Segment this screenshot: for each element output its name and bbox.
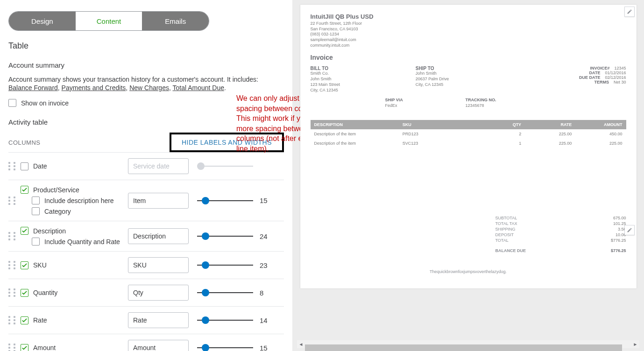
- column-label: Amount: [33, 344, 56, 351]
- drag-handle[interactable]: [8, 316, 17, 324]
- sub-checkbox[interactable]: [32, 207, 40, 215]
- bill-to-2: 123 Main Street: [311, 82, 416, 88]
- column-label-input-amount[interactable]: [128, 340, 189, 351]
- width-value: 15: [260, 344, 269, 351]
- footer-text: Thequickbrownfoxjumpsvoverthelazydog.: [311, 269, 626, 274]
- tab-bar: Design Content Emails: [8, 11, 209, 31]
- sub-label: Include description here: [44, 197, 114, 204]
- width-slider-sku[interactable]: [197, 260, 253, 270]
- table-row: Description of the itemSVC1231225.00225.…: [311, 139, 626, 148]
- invoice-preview: IntuitJill QB Plus USD 22 Fourth Street,…: [300, 5, 637, 288]
- column-label: Quantity: [33, 289, 57, 296]
- width-value: 15: [260, 197, 269, 204]
- company-addr2: San Francisco, CA 94103: [311, 27, 626, 32]
- show-on-invoice-label: Show on invoice: [21, 99, 69, 107]
- column-label: SKU: [33, 261, 47, 269]
- width-value: 8: [260, 289, 269, 297]
- bill-to-1: John Smith: [311, 77, 416, 82]
- columns-list: DateProduct/ServiceInclude description h…: [8, 152, 284, 351]
- column-label-input-date[interactable]: [128, 158, 189, 174]
- company-web: community.intuit.com: [311, 43, 626, 49]
- column-row-quantity: Quantity8: [8, 279, 284, 307]
- width-slider-date: [197, 161, 253, 171]
- ship-to-0: John Smith: [416, 71, 521, 77]
- sub-checkbox[interactable]: [32, 197, 40, 204]
- bill-to-label: BILL TO: [311, 66, 416, 71]
- column-label: Description: [33, 227, 66, 235]
- company-email: sampleemail@intuit.com: [311, 37, 626, 43]
- line-items-table: DESCRIPTION SKU QTY RATE AMOUNT Descript…: [311, 120, 626, 148]
- column-row-rate: Rate14: [8, 307, 284, 334]
- account-summary-desc: Account summary shows your transaction h…: [8, 76, 284, 83]
- column-label-input-quantity[interactable]: [128, 285, 189, 301]
- account-summary-heading: Account summary: [8, 61, 284, 69]
- show-on-invoice-checkbox[interactable]: [8, 99, 16, 107]
- width-slider-quantity[interactable]: [197, 288, 253, 297]
- tracking: 12345678: [466, 103, 546, 108]
- column-checkbox-sku[interactable]: [21, 261, 28, 269]
- tracking-label: TRACKING NO.: [466, 98, 546, 102]
- width-slider-description[interactable]: [197, 232, 253, 241]
- ship-to-2: City, CA 12345: [416, 82, 521, 88]
- edit-totals-button[interactable]: [624, 225, 635, 235]
- drag-handle[interactable]: [8, 261, 17, 269]
- account-summary-links: Balance Forward, Payments and Credits, N…: [8, 84, 284, 91]
- column-row-description: DescriptionInclude Quantity and Rate24: [8, 221, 284, 252]
- ship-via-label: SHIP VIA: [385, 98, 466, 102]
- column-label-input-sku[interactable]: [128, 257, 189, 273]
- preview-panel: We can only adjust the spacing between c…: [292, 0, 644, 351]
- columns-label: COLUMNS: [8, 139, 41, 146]
- width-value: 24: [260, 232, 269, 240]
- column-label-input-product[interactable]: [128, 193, 189, 209]
- column-checkbox-date[interactable]: [21, 162, 28, 170]
- sub-label: Category: [44, 208, 71, 215]
- column-row-product: Product/ServiceInclude description hereC…: [8, 180, 284, 221]
- invoice-meta: INVOICE#12345 DATE01/12/2016 DUE DATE02/…: [521, 66, 626, 93]
- company-addr1: 22 Fourth Street, 12th Floor: [311, 21, 626, 27]
- column-row-sku: SKU23: [8, 252, 284, 279]
- bill-to-3: City, CA 12345: [311, 88, 416, 93]
- edit-header-button[interactable]: [624, 7, 635, 17]
- company-name: IntuitJill QB Plus USD: [311, 13, 626, 20]
- ship-to-1: 20637 Palm Drive: [416, 77, 521, 82]
- column-checkbox-product[interactable]: [21, 186, 28, 194]
- table-row: Description of the itemPRD1232225.00450.…: [311, 129, 626, 139]
- width-slider-product[interactable]: [197, 196, 253, 205]
- width-value: 23: [260, 261, 269, 269]
- horizontal-scrollbar[interactable]: ◄ ►: [297, 340, 639, 348]
- drag-handle[interactable]: [8, 344, 17, 351]
- bill-to-0: Smith Co.: [311, 71, 416, 77]
- totals-block: SUBTOTAL675.00TOTAL TAX101.25SHIPPING3.5…: [495, 215, 626, 253]
- column-checkbox-amount[interactable]: [21, 344, 28, 351]
- sub-checkbox[interactable]: [32, 238, 40, 246]
- column-label: Product/Service: [33, 186, 79, 194]
- column-row-amount: Amount15: [8, 334, 284, 351]
- left-panel: Design Content Emails Table Account summ…: [0, 0, 292, 351]
- column-label-input-rate[interactable]: [128, 312, 189, 328]
- drag-handle[interactable]: [8, 197, 17, 205]
- column-checkbox-description[interactable]: [21, 227, 28, 235]
- tab-emails[interactable]: Emails: [142, 12, 209, 30]
- column-label-input-description[interactable]: [128, 228, 189, 244]
- column-row-date: Date: [8, 152, 284, 180]
- column-label: Date: [33, 162, 47, 170]
- width-slider-rate[interactable]: [197, 316, 253, 325]
- table-heading: Table: [8, 41, 284, 51]
- doc-title: Invoice: [311, 54, 626, 61]
- sub-label: Include Quantity and Rate: [44, 238, 120, 246]
- width-value: 14: [260, 316, 269, 324]
- column-checkbox-quantity[interactable]: [21, 289, 28, 297]
- tab-content[interactable]: Content: [76, 12, 142, 30]
- drag-handle[interactable]: [8, 288, 17, 297]
- ship-via: FedEx: [385, 103, 466, 108]
- company-phone: (083) 032-1234: [311, 32, 626, 37]
- column-checkbox-rate[interactable]: [21, 316, 28, 324]
- tab-design[interactable]: Design: [9, 12, 76, 30]
- ship-to-label: SHIP TO: [416, 66, 521, 71]
- drag-handle[interactable]: [8, 162, 17, 170]
- width-slider-amount[interactable]: [197, 343, 253, 351]
- column-label: Rate: [33, 316, 47, 324]
- drag-handle[interactable]: [8, 232, 17, 240]
